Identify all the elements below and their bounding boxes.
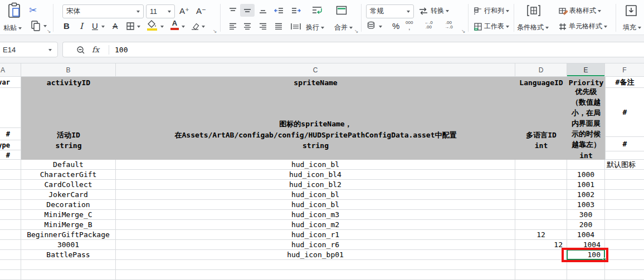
cell-priority[interactable]: 1001 (567, 180, 605, 190)
wrap-dropdown[interactable]: 换行 (306, 23, 324, 32)
rows-columns-dropdown[interactable]: 行和列 (474, 6, 509, 16)
cell-sprite-name[interactable]: hud_icon_r6 (116, 240, 515, 250)
cut-icon[interactable]: ✂ (29, 4, 37, 16)
cell-language-id[interactable]: 12 (515, 230, 567, 240)
increase-decimal-button[interactable]: ←.0.00 (425, 21, 433, 30)
cell-language-id[interactable] (515, 210, 567, 220)
cell-priority[interactable] (567, 160, 605, 170)
cell-remark[interactable]: 默认图标 (605, 160, 644, 170)
worksheet-dropdown[interactable]: 工作表 (474, 22, 509, 31)
cell-priority[interactable]: 1004 (567, 230, 605, 240)
cell-activity-id[interactable]: Decoration (21, 200, 116, 210)
cell-a[interactable] (0, 220, 21, 230)
cell-remark[interactable] (605, 270, 644, 280)
cell-a-type[interactable]: ype (0, 140, 21, 150)
cell-priority[interactable]: 300 (567, 210, 605, 220)
italic-button[interactable]: I (80, 21, 83, 31)
column-header-a[interactable]: A (0, 63, 21, 76)
cell-remark[interactable] (605, 190, 644, 200)
eraser-button[interactable] (191, 22, 199, 30)
cell-activity-id[interactable]: BattlePass (21, 250, 116, 260)
remark-hash2[interactable]: # (606, 137, 644, 151)
align-middle-icon[interactable] (242, 7, 252, 15)
cell-a[interactable] (0, 180, 21, 190)
cell-style-dropdown[interactable]: 单元格样式 (558, 22, 607, 31)
remark-empty[interactable] (606, 151, 644, 160)
fill-button[interactable] (624, 3, 638, 18)
alignment-dialog-launcher[interactable]: ↘ (354, 29, 359, 34)
cell-remark[interactable] (605, 210, 644, 220)
bold-button[interactable]: B (64, 21, 70, 31)
cell-remark[interactable] (605, 200, 644, 210)
name-box[interactable]: E14 (0, 42, 58, 57)
cell-language-id[interactable] (515, 260, 567, 270)
currency-button[interactable] (367, 21, 375, 30)
strikethrough-button[interactable]: A (113, 22, 118, 31)
currency-dropdown-icon[interactable] (379, 26, 382, 28)
column-header-d[interactable]: D (515, 63, 567, 76)
column-header-c[interactable]: C (116, 63, 515, 76)
cell-a[interactable] (0, 160, 21, 170)
font-family-select[interactable]: 宋体 (62, 4, 144, 18)
cell-remark[interactable] (605, 250, 644, 260)
header-activity-id[interactable]: activityID (21, 78, 116, 87)
cell-a[interactable] (0, 230, 21, 240)
column-header-e-selected[interactable]: E (567, 63, 605, 76)
column-header-f[interactable]: F (605, 63, 644, 76)
paste-button[interactable] (7, 2, 22, 19)
number-dialog-launcher[interactable]: ↘ (461, 29, 466, 34)
cell-language-id[interactable] (515, 160, 567, 170)
cell-remark[interactable] (605, 220, 644, 230)
cell-a-empty[interactable] (0, 88, 21, 128)
cell-activity-id[interactable]: MiniMerge_C (21, 210, 116, 220)
formula-input[interactable]: fx 100 (62, 42, 644, 57)
cell-sprite-name[interactable]: hud_icon_m2 (116, 220, 515, 230)
decrease-decimal-button[interactable]: .00→.0 (445, 21, 453, 30)
cell-priority[interactable]: 200 (567, 220, 605, 230)
eraser-dropdown-icon[interactable] (202, 26, 205, 28)
cell-activity-id[interactable]: MiniMerge_B (21, 220, 116, 230)
cell-a[interactable] (0, 200, 21, 210)
conditional-format-button[interactable] (526, 4, 541, 17)
cell-a[interactable] (0, 210, 21, 220)
header-language-id[interactable]: LanguageID (515, 78, 567, 87)
underline-button[interactable]: U (92, 21, 98, 31)
cell-activity-id[interactable]: 30001 (21, 240, 116, 250)
cell-activity-id[interactable]: CharacterGift (21, 170, 116, 180)
percent-style-button[interactable]: % (392, 21, 399, 31)
conditional-format-dropdown[interactable]: 条件格式 (517, 23, 549, 32)
increase-indent-icon[interactable] (290, 7, 301, 15)
cell-language-id[interactable] (515, 170, 567, 180)
clipboard-dialog-launcher[interactable]: ↘ (47, 29, 51, 34)
cell-sprite-name[interactable]: hud_icon_bl (116, 160, 515, 170)
merge-cells-icon[interactable] (335, 5, 348, 16)
fill-color-button[interactable] (147, 20, 157, 31)
number-format-select[interactable]: 常规 (366, 4, 414, 18)
align-center-icon[interactable] (242, 22, 252, 31)
thousands-separator-button[interactable]: 000, (406, 21, 413, 30)
remark-hash[interactable]: # (606, 88, 644, 137)
cell-remark[interactable] (605, 230, 644, 240)
cell-remark[interactable] (605, 260, 644, 270)
header-priority[interactable]: Priority (567, 78, 605, 87)
fx-icon[interactable]: fx (92, 45, 99, 54)
column-header-b[interactable]: B (21, 63, 116, 76)
cell-sprite-name[interactable]: hud_icon_bl2 (116, 180, 515, 190)
cell-a[interactable] (0, 170, 21, 180)
cell-language-id[interactable] (515, 270, 567, 280)
cell-sprite-name[interactable]: hud_icon_m3 (116, 210, 515, 220)
cell-sprite-name[interactable]: hud_icon_bl (116, 200, 515, 210)
wrap-text-icon[interactable] (311, 5, 323, 16)
cell-priority[interactable] (567, 270, 605, 280)
cell-remark[interactable] (605, 170, 644, 180)
align-top-icon[interactable] (228, 7, 238, 15)
cell-sprite-name[interactable] (116, 260, 515, 270)
cell-sprite-name[interactable] (116, 270, 515, 280)
cell-a-hash2[interactable]: # (0, 150, 21, 160)
shrink-font-button[interactable]: A⁻ (196, 6, 206, 16)
align-distributed-icon[interactable] (290, 22, 301, 31)
align-left-icon[interactable] (228, 22, 238, 31)
copy-dropdown-icon[interactable] (43, 25, 47, 27)
font-color-dropdown-icon[interactable] (182, 26, 185, 28)
cell-a[interactable] (0, 270, 21, 280)
